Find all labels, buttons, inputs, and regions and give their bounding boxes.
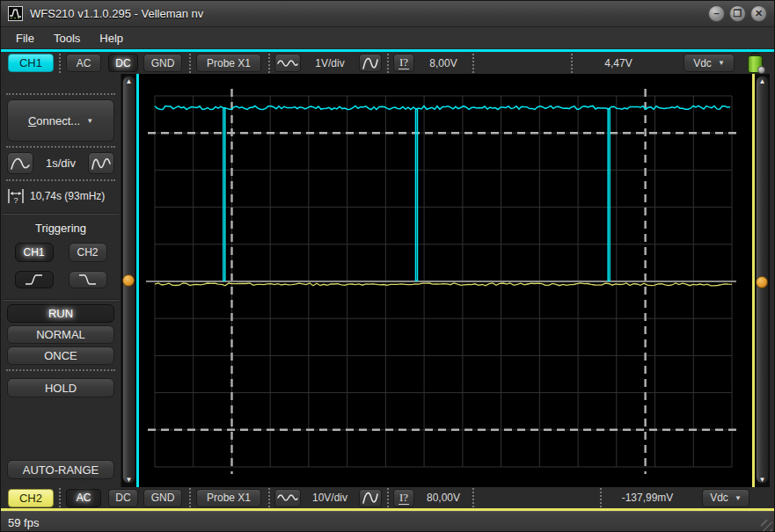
ch1-trigger-level-button[interactable]: I? [393, 54, 414, 72]
trigger-slope-falling-button[interactable] [69, 271, 107, 288]
ch2-dc-button[interactable]: DC [108, 489, 138, 507]
window-title: WFS210 v1.1.0.295 - Velleman nv [30, 7, 203, 20]
maximize-button[interactable]: ❐ [729, 5, 746, 22]
separator [189, 54, 191, 73]
separator [387, 488, 389, 507]
ch2-volts-div-label: 10V/div [301, 492, 359, 504]
separator [3, 213, 119, 215]
resize-grip[interactable] [761, 520, 772, 531]
ch2-increase-volts-button[interactable] [359, 489, 382, 507]
trigger-source-ch2-button[interactable]: CH2 [69, 243, 107, 262]
battery-icon [748, 53, 763, 73]
ch2-toolbar: CH2 AC DC GND Probe X1 10V/div I? 80,00V… [1, 487, 774, 511]
arrow-up-icon[interactable]: ▲ [121, 77, 136, 85]
ch2-trigger-level-button[interactable]: I? [393, 489, 414, 507]
low-frequency-wave-icon [10, 155, 31, 172]
separator [472, 488, 474, 507]
time-measure-icon: ? [7, 186, 25, 206]
ch1-position-slider: ▲ ▼ [121, 74, 136, 487]
ch2-probe-button[interactable]: Probe X1 [196, 489, 261, 507]
ch2-position-thumb[interactable] [756, 276, 768, 288]
run-mode-button[interactable]: RUN [7, 304, 114, 323]
arrow-up-icon[interactable]: ▲ [755, 77, 770, 85]
trigger-slope-rising-button[interactable] [15, 271, 54, 288]
ch2-ac-button[interactable]: AC [66, 489, 101, 507]
ch1-increase-volts-button[interactable] [359, 54, 382, 72]
trigger-source-row: CH1 CH2 [7, 243, 114, 262]
separator [6, 179, 115, 181]
ch1-dc-button[interactable]: DC [108, 54, 138, 72]
title-bar: WFS210 v1.1.0.295 - Velleman nv – ❐ ✕ [1, 1, 774, 27]
separator [472, 54, 474, 73]
chevron-down-icon: ▼ [86, 117, 93, 125]
ch2-decrease-volts-button[interactable] [274, 489, 301, 507]
svg-text:?: ? [13, 196, 18, 205]
increase-timebase-button[interactable] [88, 152, 114, 174]
timebase-row: 1s/div [7, 152, 114, 174]
ch2-measure-type-label: Vdc [710, 492, 728, 504]
app-icon [8, 6, 23, 21]
large-wave-icon [362, 490, 379, 506]
ch1-toolbar: CH1 AC DC GND Probe X1 1V/div I? 8,00V 4… [1, 49, 774, 74]
scope-plot [139, 74, 752, 487]
ch1-gnd-button[interactable]: GND [143, 54, 182, 72]
connect-button[interactable]: Connect... ▼ [7, 99, 114, 142]
hold-button[interactable]: HOLD [7, 378, 114, 397]
ch1-measurement-value: 4,47V [573, 57, 664, 69]
ch2-position-slider: ▲ ▼ [755, 74, 770, 487]
separator [3, 299, 119, 301]
time-readout-row: ? 10,74s (93mHz) [7, 186, 114, 206]
ch1-measure-type-dropdown[interactable]: Vdc ▼ [684, 54, 735, 72]
timebase-label: 1s/div [46, 157, 76, 170]
separator [268, 54, 270, 73]
ch1-position-thumb[interactable] [122, 274, 135, 287]
ch1-measure-type-label: Vdc [693, 57, 712, 69]
fps-readout: 59 fps [8, 516, 39, 529]
separator [387, 54, 389, 73]
trigger-slope-row [7, 271, 114, 288]
menu-file[interactable]: File [6, 29, 44, 47]
falling-edge-icon [77, 273, 99, 287]
arrow-down-icon[interactable]: ▼ [755, 476, 770, 484]
close-button[interactable]: ✕ [750, 5, 767, 22]
once-mode-button[interactable]: ONCE [7, 346, 114, 365]
auto-range-button[interactable]: AUTO-RANGE [7, 460, 114, 479]
status-bar: 59 fps [1, 511, 774, 532]
ch1-ac-button[interactable]: AC [66, 54, 101, 72]
separator [6, 93, 115, 95]
normal-mode-button[interactable]: NORMAL [7, 325, 114, 344]
separator [189, 488, 191, 507]
menu-bar: File Tools Help [1, 27, 774, 49]
ch2-trigger-level-value: 80,00V [414, 492, 472, 504]
small-wave-icon [276, 491, 299, 505]
ch1-trigger-level-value: 8,00V [414, 57, 472, 69]
small-wave-icon [276, 56, 299, 70]
trigger-level-icon: I? [398, 56, 409, 69]
ch1-volts-div-label: 1V/div [301, 57, 359, 69]
time-readout: 10,74s (93mHz) [30, 190, 105, 202]
minimize-button[interactable]: – [708, 5, 725, 22]
separator [268, 488, 270, 507]
ch1-channel-button[interactable]: CH1 [8, 54, 54, 72]
rising-edge-icon [23, 273, 46, 287]
menu-tools[interactable]: Tools [44, 29, 90, 47]
ch2-channel-button[interactable]: CH2 [8, 489, 54, 507]
trigger-level-icon: I? [398, 492, 409, 505]
sidebar: Connect... ▼ 1s/div ? 10,74s (93mHz) [1, 74, 121, 487]
trigger-source-ch1-button[interactable]: CH1 [15, 243, 54, 262]
menu-help[interactable]: Help [90, 29, 133, 47]
separator [59, 54, 61, 73]
ch2-measurement-value: -137,99mV [602, 492, 693, 504]
separator [59, 488, 61, 507]
arrow-down-icon[interactable]: ▼ [121, 476, 136, 484]
chevron-down-icon: ▼ [718, 59, 725, 67]
scope-display[interactable] [139, 74, 752, 487]
ch2-gnd-button[interactable]: GND [143, 489, 182, 507]
ch1-decrease-volts-button[interactable] [274, 54, 301, 72]
ch2-measure-type-dropdown[interactable]: Vdc ▼ [702, 489, 749, 507]
ch1-probe-button[interactable]: Probe X1 [196, 54, 261, 72]
decrease-timebase-button[interactable] [7, 152, 33, 174]
connect-label: C [28, 114, 36, 128]
separator [6, 146, 115, 148]
chevron-down-icon: ▼ [735, 494, 742, 502]
